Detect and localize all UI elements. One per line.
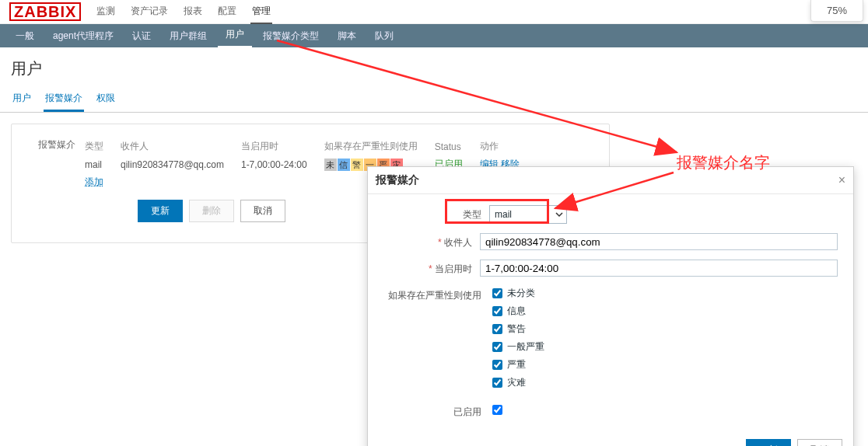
sev-badge-1: 未 <box>324 159 337 171</box>
cell-when: 1-7,00:00-24:00 <box>241 156 323 172</box>
user-tabs: 用户 报警媒介 权限 <box>0 87 868 113</box>
subnav-proxies[interactable]: agent代理程序 <box>45 25 121 47</box>
cb-sev-1[interactable] <box>492 306 502 316</box>
when-label: 当启用时 <box>383 260 480 276</box>
subnav-usergroups[interactable]: 用户群组 <box>162 25 215 47</box>
top-bar: ZABBIX 监测 资产记录 报表 配置 管理 <box>0 0 868 24</box>
topmenu-admin[interactable]: 管理 <box>250 0 272 24</box>
sev-badge-3: 警 <box>351 159 363 171</box>
modal-title: 报警媒介 <box>376 173 419 187</box>
subnav-queue[interactable]: 队列 <box>367 25 401 47</box>
topmenu-inventory[interactable]: 资产记录 <box>129 0 170 24</box>
cell-type: mail <box>85 156 119 172</box>
logo: ZABBIX <box>9 2 81 21</box>
type-value: mail <box>495 209 512 220</box>
cb-sev-3[interactable] <box>492 342 502 352</box>
tab-permissions[interactable]: 权限 <box>95 87 117 112</box>
add-link[interactable]: 添加 <box>85 176 103 187</box>
topmenu-monitoring[interactable]: 监测 <box>95 0 117 24</box>
top-menu: 监测 资产记录 报表 配置 管理 <box>95 0 272 24</box>
type-select[interactable]: mail <box>489 205 567 224</box>
modal-update-button[interactable]: 更新 <box>746 439 791 446</box>
subnav-auth[interactable]: 认证 <box>124 25 159 47</box>
sev-opt-1: 信息 <box>507 305 526 318</box>
enabled-checkbox[interactable] <box>492 405 502 415</box>
th-actions: 动作 <box>480 138 535 155</box>
to-input[interactable] <box>480 233 838 250</box>
sev-opt-3: 一般严重 <box>507 340 544 354</box>
close-icon[interactable]: × <box>838 173 845 187</box>
tab-user[interactable]: 用户 <box>11 87 33 112</box>
topmenu-config[interactable]: 配置 <box>216 0 238 24</box>
subnav-users[interactable]: 用户 <box>218 23 252 48</box>
sev-opt-2: 警告 <box>507 322 526 336</box>
table-header-row: 类型 收件人 当启用时 如果存在严重性则使用 Status 动作 <box>85 138 535 155</box>
cb-sev-0[interactable] <box>492 288 502 298</box>
media-modal: 报警媒介 × 类型 mail 收件人 当启用时 如果存在严重性则使用 未分类 信… <box>367 166 854 446</box>
th-type: 类型 <box>85 138 119 155</box>
to-label: 收件人 <box>383 233 480 249</box>
when-input[interactable] <box>480 260 838 277</box>
th-status: Status <box>435 138 478 155</box>
cb-sev-5[interactable] <box>492 378 502 388</box>
sev-opt-4: 严重 <box>507 358 526 371</box>
cancel-button[interactable]: 取消 <box>240 200 285 222</box>
delete-button: 删除 <box>189 200 234 222</box>
cb-sev-2[interactable] <box>492 324 502 334</box>
subnav-mediatypes[interactable]: 报警媒介类型 <box>255 25 327 47</box>
modal-cancel-button[interactable]: 取消 <box>797 439 842 446</box>
subnav-general[interactable]: 一般 <box>8 25 42 47</box>
sub-nav: 一般 agent代理程序 认证 用户群组 用户 报警媒介类型 脚本 队列 <box>0 24 868 47</box>
sev-badge-2: 信 <box>338 159 350 171</box>
cell-to: qilin920834778@qq.com <box>121 156 240 172</box>
page-title: 用户 <box>11 58 857 79</box>
subnav-scripts[interactable]: 脚本 <box>330 25 364 47</box>
th-when: 当启用时 <box>241 138 323 155</box>
cb-sev-4[interactable] <box>492 360 502 370</box>
th-to: 收件人 <box>121 138 240 155</box>
sev-opt-5: 灾难 <box>507 376 526 389</box>
type-label: 类型 <box>383 205 489 221</box>
enabled-label: 已启用 <box>383 402 489 419</box>
topmenu-reports[interactable]: 报表 <box>182 0 204 24</box>
sev-opt-0: 未分类 <box>507 287 535 300</box>
tab-media[interactable]: 报警媒介 <box>44 87 84 112</box>
sev-label: 如果存在严重性则使用 <box>383 286 489 302</box>
zoom-badge: 75% <box>810 0 863 22</box>
chevron-down-icon <box>555 210 563 221</box>
media-section-label: 报警媒介 <box>29 137 75 152</box>
th-sev: 如果存在严重性则使用 <box>324 138 433 155</box>
annotation-text: 报警媒介名字 <box>677 152 770 173</box>
update-button[interactable]: 更新 <box>138 200 183 222</box>
